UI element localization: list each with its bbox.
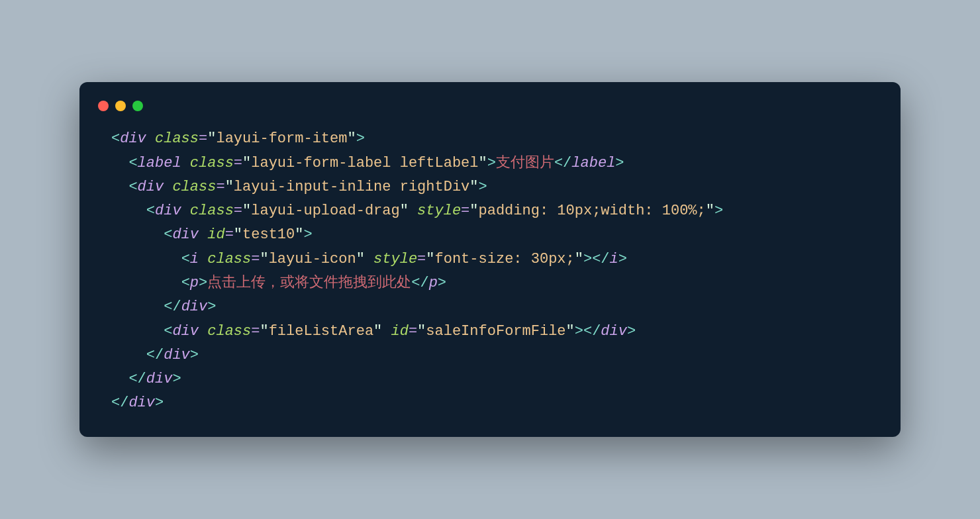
window-titlebar — [79, 98, 901, 127]
code-window: <div class="layui-form-item"> <label cla… — [79, 82, 901, 437]
close-icon[interactable] — [98, 101, 109, 111]
minimize-icon[interactable] — [115, 101, 126, 111]
code-block: <div class="layui-form-item"> <label cla… — [79, 127, 901, 416]
maximize-icon[interactable] — [132, 101, 143, 111]
